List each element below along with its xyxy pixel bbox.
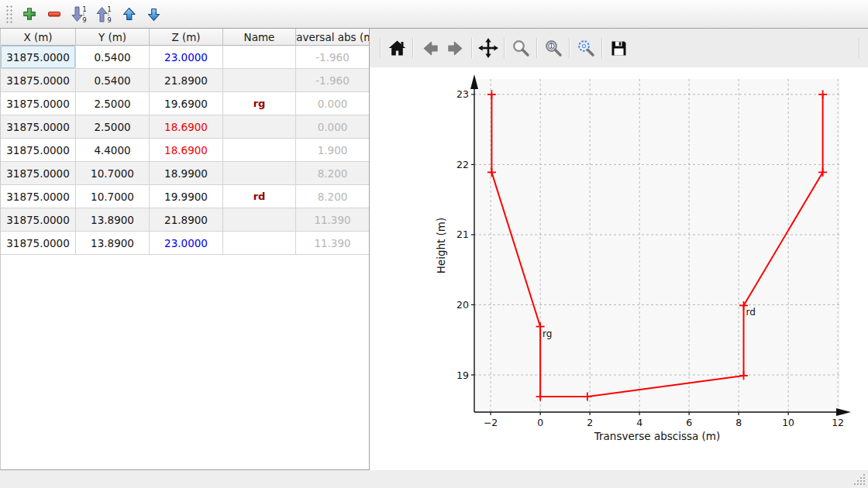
cell-abs[interactable]: 1.900	[296, 139, 369, 162]
cell-z[interactable]: 23.0000	[150, 232, 223, 255]
cell-y[interactable]: 2.5000	[76, 115, 150, 139]
sort-descending-icon: 1 9	[96, 5, 112, 23]
table-row: 31875.00002.500019.6900rg0.000	[1, 92, 369, 115]
zoom-extent-button[interactable]	[573, 34, 599, 62]
cell-name[interactable]: rd	[223, 185, 296, 208]
column-header-name[interactable]: Name	[223, 29, 296, 46]
cell-y[interactable]: 10.7000	[76, 185, 150, 208]
svg-text:9: 9	[107, 17, 111, 23]
svg-text:21: 21	[456, 229, 469, 240]
toolbar-separator	[601, 38, 603, 58]
remove-row-button[interactable]	[42, 2, 67, 26]
cell-abs[interactable]: 0.000	[296, 92, 369, 115]
svg-text:19: 19	[456, 369, 469, 381]
cell-y[interactable]: 2.5000	[76, 92, 150, 115]
magnifier-one-icon: 1	[543, 38, 564, 59]
toolbar-separator	[504, 38, 505, 58]
cell-x[interactable]: 31875.0000	[1, 208, 76, 232]
svg-text:10: 10	[782, 417, 794, 428]
table-body: 31875.00000.540023.0000-1.96031875.00000…	[1, 46, 369, 469]
cell-abs[interactable]: 11.390	[296, 232, 369, 255]
save-button[interactable]	[605, 34, 632, 62]
column-header-y[interactable]: Y (m)	[76, 29, 150, 46]
zoom-one-button[interactable]: 1	[540, 34, 567, 62]
toolbar-drag-handle[interactable]	[5, 4, 12, 24]
cell-name[interactable]	[223, 208, 296, 232]
table-header-row: X (m) Y (m) Z (m) Name Traversal abs (m)	[1, 29, 369, 46]
cell-y[interactable]: 0.5400	[76, 69, 150, 92]
move-up-button[interactable]	[116, 2, 141, 26]
cell-x[interactable]: 31875.0000	[1, 162, 76, 185]
zoom-button[interactable]	[508, 34, 534, 62]
forward-arrow-icon	[446, 38, 467, 59]
column-header-x[interactable]: X (m)	[1, 29, 76, 46]
sort-descending-button[interactable]: 1 9	[91, 2, 116, 26]
home-button[interactable]	[384, 34, 410, 62]
cell-abs[interactable]: 8.200	[296, 185, 369, 208]
column-header-traversal-abs[interactable]: Traversal abs (m)	[296, 29, 369, 46]
svg-text:rd: rd	[746, 307, 756, 318]
minus-icon	[47, 7, 61, 21]
magnifier-icon	[511, 38, 532, 59]
sort-ascending-icon: 1 9	[71, 5, 88, 23]
cell-abs[interactable]: 11.390	[296, 208, 369, 232]
cell-name[interactable]	[223, 139, 296, 162]
toolbar-separator	[569, 38, 570, 58]
cell-name[interactable]: rg	[223, 92, 296, 115]
status-bar	[0, 470, 868, 488]
svg-text:1: 1	[107, 6, 111, 13]
cell-y[interactable]: 13.8900	[76, 232, 150, 255]
cell-x[interactable]: 31875.0000	[1, 69, 76, 92]
cell-x[interactable]: 31875.0000	[1, 185, 76, 208]
cell-abs[interactable]: 0.000	[296, 115, 369, 139]
cell-z[interactable]: 18.6900	[150, 115, 223, 139]
cell-y[interactable]: 13.8900	[76, 208, 150, 232]
table-row: 31875.000013.890021.890011.390	[1, 208, 369, 232]
pan-button[interactable]	[475, 34, 501, 62]
plot-canvas[interactable]: −20246810121920212223Transverse abscissa…	[370, 67, 868, 470]
move-down-icon	[146, 7, 161, 22]
svg-text:6: 6	[686, 417, 692, 428]
sort-ascending-button[interactable]: 1 9	[67, 2, 91, 26]
cell-z[interactable]: 21.8900	[150, 69, 223, 92]
cell-name[interactable]	[223, 46, 296, 69]
resize-grip-icon[interactable]	[854, 474, 866, 486]
main-toolbar: 1 9 1 9	[0, 0, 868, 29]
move-down-button[interactable]	[141, 2, 166, 26]
cell-y[interactable]: 4.4000	[76, 139, 150, 162]
cell-x[interactable]: 31875.0000	[1, 232, 76, 255]
add-row-button[interactable]	[17, 2, 42, 26]
cell-abs[interactable]: -1.960	[296, 46, 369, 69]
svg-text:8: 8	[735, 417, 742, 428]
cell-name[interactable]	[223, 69, 296, 92]
save-icon	[608, 38, 629, 59]
table-row: 31875.000013.890023.000011.390	[1, 232, 369, 255]
back-arrow-icon	[419, 38, 440, 59]
cell-x[interactable]: 31875.0000	[1, 115, 76, 139]
cell-name[interactable]	[223, 232, 296, 255]
svg-text:4: 4	[636, 417, 642, 428]
back-button[interactable]	[416, 34, 443, 62]
table-row: 31875.00000.540023.0000-1.960	[1, 46, 369, 69]
forward-button[interactable]	[443, 34, 469, 62]
cell-x[interactable]: 31875.0000	[1, 92, 76, 115]
cell-abs[interactable]: -1.960	[296, 69, 369, 92]
cell-z[interactable]: 19.9900	[150, 185, 223, 208]
cell-x[interactable]: 31875.0000	[1, 46, 76, 69]
column-header-z[interactable]: Z (m)	[150, 29, 223, 46]
cell-z[interactable]: 19.6900	[150, 92, 223, 115]
cell-abs[interactable]: 8.200	[296, 162, 369, 185]
cell-y[interactable]: 10.7000	[76, 162, 150, 185]
cell-z[interactable]: 23.0000	[150, 46, 223, 69]
svg-text:0: 0	[537, 417, 543, 428]
cell-z[interactable]: 18.6900	[150, 139, 223, 162]
cell-z[interactable]: 18.9900	[150, 162, 223, 185]
table-row: 31875.00000.540021.8900-1.960	[1, 69, 369, 92]
table-row: 31875.000010.700019.9900rd8.200	[1, 185, 369, 208]
cell-name[interactable]	[223, 115, 296, 139]
cell-name[interactable]	[223, 162, 296, 185]
cell-x[interactable]: 31875.0000	[1, 139, 76, 162]
cell-y[interactable]: 0.5400	[76, 46, 150, 69]
toolbar-separator	[471, 38, 473, 58]
cell-z[interactable]: 21.8900	[150, 208, 223, 232]
